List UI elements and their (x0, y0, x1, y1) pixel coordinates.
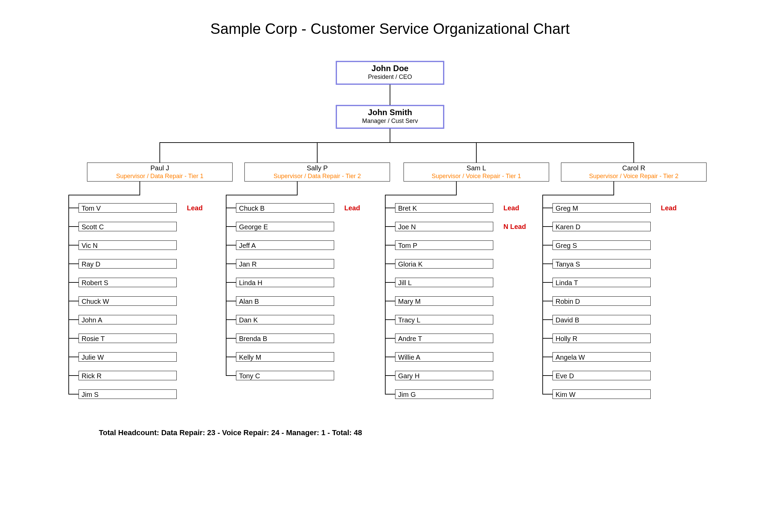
page-title: Sample Corp - Customer Service Organizat… (0, 20, 780, 37)
headcount-summary: Total Headcount: Data Repair: 23 - Voice… (99, 428, 362, 437)
employee-box: Chuck W (79, 296, 177, 306)
connector (385, 301, 395, 301)
connector (317, 142, 318, 163)
connector (542, 195, 543, 394)
connector (297, 182, 298, 195)
role-tag: N Lead (503, 222, 526, 231)
connector (385, 338, 395, 339)
supervisor-box: Paul JSupervisor / Data Repair - Tier 1 (87, 163, 233, 182)
connector (390, 129, 390, 142)
connector (542, 301, 552, 301)
connector (226, 195, 298, 195)
connector (160, 142, 634, 143)
employee-box: Brenda B (236, 334, 334, 343)
connector (385, 226, 395, 227)
employee-box: Julie W (79, 352, 177, 362)
employee-box: Tracy L (395, 315, 493, 324)
employee-box: Jim S (79, 389, 177, 399)
connector (385, 245, 395, 246)
employee-box: Gary H (395, 371, 493, 380)
connector (68, 245, 79, 246)
employee-box: Ray D (79, 259, 177, 269)
employee-box: Andre T (395, 334, 493, 343)
connector (542, 338, 552, 339)
employee-box: Robin D (552, 296, 651, 306)
supervisor-title: Supervisor / Data Repair - Tier 2 (245, 173, 390, 180)
connector (68, 301, 79, 301)
employee-box: Greg M (552, 203, 651, 213)
connector (226, 319, 236, 320)
role-tag: Lead (344, 203, 360, 213)
employee-box: Rick R (79, 371, 177, 380)
connector (68, 208, 79, 208)
employee-box: David B (552, 315, 651, 324)
role-tag: Lead (187, 203, 203, 213)
employee-box: Chuck B (236, 203, 334, 213)
ceo-box: John DoePresident / CEO (336, 61, 444, 85)
employee-box: Angela W (552, 352, 651, 362)
employee-box: Bret K (395, 203, 493, 213)
employee-box: Jill L (395, 278, 493, 287)
supervisor-name: Sally P (245, 164, 390, 172)
employee-box: Linda H (236, 278, 334, 287)
employee-box: Alan B (236, 296, 334, 306)
employee-box: Robert S (79, 278, 177, 287)
supervisor-box: Sam LSupervisor / Voice Repair - Tier 1 (404, 163, 549, 182)
supervisor-box: Carol RSupervisor / Voice Repair - Tier … (561, 163, 707, 182)
ceo-title: President / CEO (337, 73, 443, 81)
connector (68, 195, 140, 195)
connector (385, 282, 395, 283)
connector (542, 394, 552, 395)
supervisor-name: Sam L (404, 164, 549, 172)
connector (226, 375, 236, 376)
connector (542, 282, 552, 283)
connector (139, 182, 140, 195)
employee-box: Mary M (395, 296, 493, 306)
supervisor-title: Supervisor / Voice Repair - Tier 1 (404, 173, 549, 180)
employee-box: John A (79, 315, 177, 324)
employee-box: Holly R (552, 334, 651, 343)
connector (542, 245, 552, 246)
connector (390, 85, 390, 105)
supervisor-title: Supervisor / Data Repair - Tier 1 (87, 173, 232, 180)
connector (385, 263, 395, 264)
connector (476, 142, 477, 163)
employee-box: Karen D (552, 222, 651, 231)
supervisor-name: Paul J (87, 164, 232, 172)
connector (226, 282, 236, 283)
employee-box: George E (236, 222, 334, 231)
supervisor-name: Carol R (561, 164, 706, 172)
employee-box: Linda T (552, 278, 651, 287)
role-tag: Lead (661, 203, 677, 213)
employee-box: Jim G (395, 389, 493, 399)
connector (226, 195, 226, 376)
manager-title: Manager / Cust Serv (337, 118, 443, 125)
employee-box: Tom V (79, 203, 177, 213)
connector (542, 226, 552, 227)
employee-box: Jeff A (236, 240, 334, 250)
connector (68, 282, 79, 283)
connector (542, 195, 614, 195)
connector (385, 195, 386, 394)
employee-box: Willie A (395, 352, 493, 362)
connector (385, 357, 395, 357)
employee-box: Jan R (236, 259, 334, 269)
connector (226, 208, 236, 208)
connector (542, 375, 552, 376)
employee-box: Rosie T (79, 334, 177, 343)
employee-box: Dan K (236, 315, 334, 324)
connector (385, 375, 395, 376)
ceo-name: John Doe (337, 64, 443, 73)
connector (68, 263, 79, 264)
connector (226, 263, 236, 264)
manager-box: John SmithManager / Cust Serv (336, 105, 444, 129)
connector (68, 357, 79, 357)
connector (68, 195, 69, 394)
employee-box: Eve D (552, 371, 651, 380)
connector (542, 208, 552, 208)
employee-box: Kelly M (236, 352, 334, 362)
connector (385, 394, 395, 395)
connector (68, 394, 79, 395)
connector (159, 142, 160, 163)
connector (226, 338, 236, 339)
